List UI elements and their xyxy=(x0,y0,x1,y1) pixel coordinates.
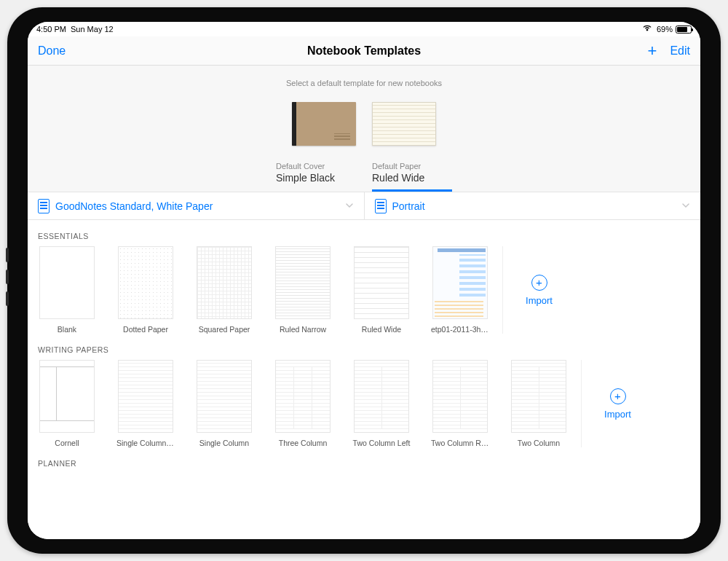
done-button[interactable]: Done xyxy=(38,44,66,58)
template-custom-etp01[interactable]: etp01-2011-3hus-c1 xyxy=(431,246,489,334)
template-squared[interactable]: Squared Paper xyxy=(195,246,253,334)
edit-button[interactable]: Edit xyxy=(670,44,690,58)
orientation-icon xyxy=(375,199,387,213)
template-dotted[interactable]: Dotted Paper xyxy=(116,246,175,334)
import-writing-button[interactable]: + Import xyxy=(581,360,639,447)
import-essentials-button[interactable]: + Import xyxy=(502,246,561,334)
plus-circle-icon: + xyxy=(610,388,626,404)
essentials-row: Blank Dotted Paper Squared Paper Ruled N… xyxy=(28,246,700,334)
template-single-column[interactable]: Single Column xyxy=(195,360,253,447)
template-grid-scroll[interactable]: ESSENTIALS Blank Dotted Paper Squared Pa… xyxy=(28,220,700,539)
wifi-icon xyxy=(642,25,652,34)
writing-row: Cornell Single Column Mix Single Column … xyxy=(28,360,700,447)
default-paper-thumb[interactable] xyxy=(372,102,436,146)
page-title: Notebook Templates xyxy=(28,44,700,58)
cover-value: Simple Black xyxy=(276,172,356,184)
chevron-down-icon xyxy=(345,200,354,212)
battery-percent: 69% xyxy=(657,25,673,34)
template-blank[interactable]: Blank xyxy=(38,246,96,334)
cover-label: Default Cover xyxy=(276,162,356,170)
section-header-essentials: ESSENTIALS xyxy=(28,220,700,246)
battery-indicator: 69% xyxy=(657,25,692,34)
paper-type-value: GoodNotes Standard, White Paper xyxy=(55,200,213,212)
template-ruled-wide[interactable]: Ruled Wide xyxy=(352,246,411,334)
status-time: 4:50 PM xyxy=(36,25,66,34)
template-two-column-left[interactable]: Two Column Left xyxy=(352,360,411,447)
status-bar: 4:50 PM Sun May 12 69% xyxy=(28,22,700,36)
nav-bar: Done Notebook Templates + Edit xyxy=(28,36,700,66)
paper-icon xyxy=(38,199,50,213)
orientation-selector[interactable]: Portrait xyxy=(365,192,701,219)
ipad-frame: 4:50 PM Sun May 12 69% Done Notebook Tem… xyxy=(7,7,721,554)
screen: 4:50 PM Sun May 12 69% Done Notebook Tem… xyxy=(28,22,700,539)
template-single-column-mix[interactable]: Single Column Mix xyxy=(116,360,175,447)
section-header-writing: WRITING PAPERS xyxy=(28,334,700,360)
orientation-value: Portrait xyxy=(392,200,425,212)
template-cornell[interactable]: Cornell xyxy=(38,360,96,447)
tab-default-cover[interactable]: Default Cover Simple Black xyxy=(276,162,356,192)
preview-hint: Select a default template for new notebo… xyxy=(28,79,700,87)
template-two-column[interactable]: Two Column xyxy=(510,360,568,447)
paper-label: Default Paper xyxy=(372,162,452,170)
chevron-down-icon xyxy=(681,200,690,212)
add-button[interactable]: + xyxy=(648,43,657,59)
template-three-column[interactable]: Three Column xyxy=(274,360,332,447)
template-two-column-right[interactable]: Two Column Right xyxy=(431,360,489,447)
preview-area: Select a default template for new notebo… xyxy=(28,66,700,192)
paper-value: Ruled Wide xyxy=(372,172,452,184)
paper-type-selector[interactable]: GoodNotes Standard, White Paper xyxy=(28,192,365,219)
section-header-planner: PLANNER xyxy=(28,447,700,474)
status-date: Sun May 12 xyxy=(71,25,114,34)
default-cover-thumb[interactable] xyxy=(292,102,356,146)
tab-default-paper[interactable]: Default Paper Ruled Wide xyxy=(372,162,452,192)
selector-row: GoodNotes Standard, White Paper Portrait xyxy=(28,192,700,220)
template-ruled-narrow[interactable]: Ruled Narrow xyxy=(274,246,332,334)
plus-circle-icon: + xyxy=(531,275,547,291)
